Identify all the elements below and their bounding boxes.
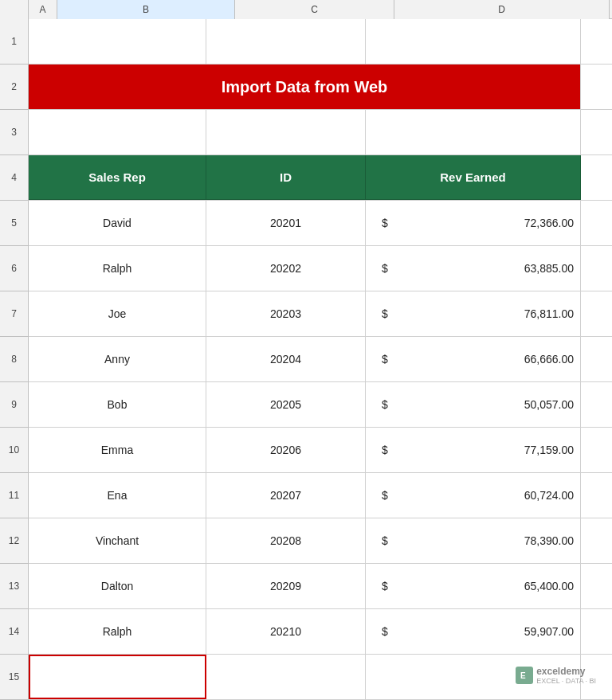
cell-b3[interactable]: [29, 110, 206, 154]
table-row: Import Data from Web: [29, 65, 612, 110]
watermark-text-block: exceldemy EXCEL · DATA · BI: [536, 666, 596, 686]
dollar-sign: $: [382, 398, 388, 411]
col-header-b[interactable]: B: [57, 0, 235, 19]
cell-rev-13[interactable]: $ 65,400.00: [366, 564, 581, 608]
cell-rev-14[interactable]: $ 59,907.00: [366, 609, 581, 654]
cell-rev-5[interactable]: $ 72,366.00: [366, 201, 581, 245]
cell-b1[interactable]: [29, 19, 206, 64]
corner-cell: [0, 0, 29, 19]
cell-name-10[interactable]: Emma: [29, 428, 206, 472]
cell-id-6[interactable]: 20202: [206, 246, 366, 291]
row-num-3[interactable]: 3: [0, 110, 28, 155]
table-row: Vinchant 20208 $ 78,390.00: [29, 518, 612, 564]
row-numbers: 1 2 3 4 5 6 7 8 9 10 11 12 13 14 15: [0, 19, 29, 700]
dollar-sign: $: [382, 534, 388, 547]
spreadsheet: A B C D 1 2 3 4 5 6 7 8 9 10 11 12 13 14…: [0, 0, 612, 700]
row-num-12[interactable]: 12: [0, 518, 28, 564]
cell-id-8[interactable]: 20204: [206, 337, 366, 381]
table-row: Ralph 20202 $ 63,885.00: [29, 246, 612, 291]
table-row: Ena 20207 $ 60,724.00: [29, 473, 612, 518]
row-num-5[interactable]: 5: [0, 201, 28, 246]
table-row: Anny 20204 $ 66,666.00: [29, 337, 612, 382]
cell-name-13[interactable]: Dalton: [29, 564, 206, 608]
watermark-brand: exceldemy: [536, 666, 596, 677]
table-row: Bob 20205 $ 50,057.00: [29, 382, 612, 428]
cell-rev-11[interactable]: $ 60,724.00: [366, 473, 581, 518]
cell-id-11[interactable]: 20207: [206, 473, 366, 518]
row-num-8[interactable]: 8: [0, 337, 28, 382]
watermark: E exceldemy EXCEL · DATA · BI: [516, 666, 596, 686]
row-num-4[interactable]: 4: [0, 155, 28, 201]
cell-name-6[interactable]: Ralph: [29, 246, 206, 291]
table-row: Sales Rep ID Rev Earned: [29, 155, 612, 201]
header-sales-rep[interactable]: Sales Rep: [29, 155, 206, 200]
cell-name-11[interactable]: Ena: [29, 473, 206, 518]
rev-value: 77,159.00: [394, 444, 574, 456]
cell-c1[interactable]: [206, 19, 366, 64]
rev-value: 63,885.00: [394, 262, 574, 275]
row-num-1[interactable]: 1: [0, 19, 28, 65]
dollar-sign: $: [382, 307, 388, 320]
dollar-sign: $: [382, 580, 388, 592]
row-num-13[interactable]: 13: [0, 564, 28, 609]
cell-rev-12[interactable]: $ 78,390.00: [366, 518, 581, 563]
cell-c3[interactable]: [206, 110, 366, 154]
cell-c15[interactable]: [206, 655, 366, 699]
title-cell[interactable]: Import Data from Web: [29, 65, 581, 109]
row-num-15[interactable]: 15: [0, 655, 28, 700]
svg-text:E: E: [520, 671, 526, 680]
dollar-sign: $: [382, 489, 388, 502]
cell-id-7[interactable]: 20203: [206, 291, 366, 336]
col-header-a[interactable]: A: [29, 0, 57, 19]
cell-id-9[interactable]: 20205: [206, 382, 366, 427]
cell-id-13[interactable]: 20209: [206, 564, 366, 608]
row-num-11[interactable]: 11: [0, 473, 28, 518]
cell-rev-10[interactable]: $ 77,159.00: [366, 428, 581, 472]
dollar-sign: $: [382, 353, 388, 366]
cell-name-7[interactable]: Joe: [29, 291, 206, 336]
cell-name-9[interactable]: Bob: [29, 382, 206, 427]
data-columns: Import Data from Web Sales Rep ID Rev Ea…: [29, 19, 612, 700]
cell-id-5[interactable]: 20201: [206, 201, 366, 245]
table-row: Emma 20206 $ 77,159.00: [29, 428, 612, 473]
excel-icon: E: [518, 669, 531, 682]
cell-id-10[interactable]: 20206: [206, 428, 366, 472]
header-id[interactable]: ID: [206, 155, 366, 200]
cell-name-5[interactable]: David: [29, 201, 206, 245]
dollar-sign: $: [382, 625, 388, 638]
row-num-10[interactable]: 10: [0, 428, 28, 473]
cell-name-14[interactable]: Ralph: [29, 609, 206, 654]
header-rev-earned[interactable]: Rev Earned: [366, 155, 581, 200]
cell-rev-6[interactable]: $ 63,885.00: [366, 246, 581, 291]
column-headers: A B C D: [0, 0, 612, 19]
dollar-sign: $: [382, 262, 388, 275]
rev-value: 50,057.00: [394, 398, 574, 411]
row-num-6[interactable]: 6: [0, 246, 28, 291]
rev-value: 78,390.00: [394, 534, 574, 547]
rev-value: 76,811.00: [394, 307, 574, 320]
cell-d1[interactable]: [366, 19, 581, 64]
row-num-14[interactable]: 14: [0, 609, 28, 655]
dollar-sign: $: [382, 217, 388, 229]
table-row: Dalton 20209 $ 65,400.00: [29, 564, 612, 609]
grid: 1 2 3 4 5 6 7 8 9 10 11 12 13 14 15: [0, 19, 612, 700]
cell-d3[interactable]: [366, 110, 581, 154]
row-num-2[interactable]: 2: [0, 65, 28, 110]
cell-id-14[interactable]: 20210: [206, 609, 366, 654]
title-text: Import Data from Web: [222, 78, 388, 96]
rev-value: 66,666.00: [394, 353, 574, 366]
cell-rev-8[interactable]: $ 66,666.00: [366, 337, 581, 381]
cell-name-8[interactable]: Anny: [29, 337, 206, 381]
cell-rev-9[interactable]: $ 50,057.00: [366, 382, 581, 427]
rev-value: 59,907.00: [394, 625, 574, 638]
col-header-c[interactable]: C: [235, 0, 394, 19]
table-row: David 20201 $ 72,366.00: [29, 201, 612, 246]
cell-name-12[interactable]: Vinchant: [29, 518, 206, 563]
table-row: Joe 20203 $ 76,811.00: [29, 291, 612, 337]
row-num-9[interactable]: 9: [0, 382, 28, 428]
col-header-d[interactable]: D: [394, 0, 610, 19]
cell-b15[interactable]: [29, 655, 206, 699]
cell-rev-7[interactable]: $ 76,811.00: [366, 291, 581, 336]
row-num-7[interactable]: 7: [0, 291, 28, 337]
cell-id-12[interactable]: 20208: [206, 518, 366, 563]
